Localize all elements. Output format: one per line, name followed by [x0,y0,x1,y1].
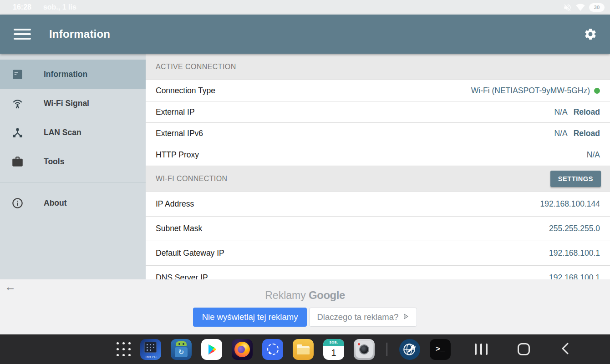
wifi-settings-button[interactable]: SETTINGS [550,171,601,187]
app-icon-my-files[interactable] [293,339,314,360]
battery-indicator: 30 [589,3,605,12]
play-store-triangle-icon [205,343,218,356]
row-label: Default Gateway IP [156,248,224,258]
taskbar-divider [386,343,387,356]
status-date: sob., 1 lis [43,3,76,11]
back-button[interactable] [560,342,571,357]
firefox-fox-icon [234,342,250,357]
recents-button[interactable] [475,344,488,355]
camera-lens-icon [356,341,373,358]
row-value: Wi-Fi (NETIASPOT-9yMW-5GHz) [471,86,590,96]
app-icon-signal[interactable] [262,339,283,360]
row-external-ipv6: External IPv6 N/A Reload [146,123,610,144]
row-value: 192.168.100.144 [540,199,600,209]
app-icon-camera[interactable] [354,339,375,360]
row-http-proxy: HTTP Proxy N/A [146,144,610,166]
row-value: 255.255.255.0 [549,224,600,233]
globe-wrench-icon [402,342,417,357]
sidebar-item-label: LAN Scan [44,128,81,137]
section-header-wifi-connection: WI-FI CONNECTION SETTINGS [146,166,610,192]
terminal-prompt-glyph: >_ [436,345,445,354]
android-robot-icon [176,341,187,346]
app-drawer-icon[interactable] [117,342,131,356]
ad-attribution-prefix: Reklamy [265,289,305,301]
file-explorer-window [144,342,157,353]
sidebar-item-label: Tools [44,157,64,167]
this-pc-label: This PC [140,355,161,359]
reload-button[interactable]: Reload [574,107,600,117]
sidebar-item-lan-scan[interactable]: LAN Scan [0,118,146,147]
row-external-ip: External IP N/A Reload [146,101,610,123]
row-dns-server: DNS Server IP 192.168.100.1 [146,266,610,279]
row-value: 192.168.100.1 [549,273,600,279]
briefcase-icon [11,156,24,168]
ad-dismiss-button[interactable]: Nie wyświetlaj tej reklamy [193,308,307,327]
ad-why-label: Dlaczego ta reklama? [317,312,398,322]
taskbar: This PC ↻ SOB. 1 [0,334,610,364]
mute-icon [563,3,572,12]
content-panel: ACTIVE CONNECTION Connection Type Wi-Fi … [146,54,610,279]
status-icons: 30 [563,3,610,12]
app-icon-this-pc[interactable]: This PC [140,339,161,360]
section-title: WI-FI CONNECTION [156,175,228,183]
status-bar: 16:28 sob., 1 lis 30 [0,0,610,15]
row-default-gateway: Default Gateway IP 192.168.100.1 [146,241,610,266]
row-value: N/A [587,150,600,160]
row-connection-type: Connection Type Wi-Fi (NETIASPOT-9yMW-5G… [146,80,610,101]
app-icon-firefox[interactable] [232,339,253,360]
ad-banner: ← Reklamy Google Nie wyświetlaj tej rekl… [0,279,610,334]
signal-bubble-icon [267,344,279,355]
app-bar: Information [0,15,610,54]
sidebar-item-wifi-signal[interactable]: Wi-Fi Signal [0,89,146,118]
sidebar-divider [0,182,146,182]
sidebar: Information Wi-Fi Signal LAN Scan Tools [0,54,146,279]
home-button[interactable] [518,343,530,355]
ad-why-button[interactable]: Dlaczego ta reklama? [309,308,417,327]
wifi-tethering-icon [11,97,24,110]
back-arrow-icon[interactable]: ← [5,280,16,293]
row-label: Connection Type [156,86,215,96]
sidebar-item-tools[interactable]: Tools [0,147,146,176]
information-card-icon [11,68,24,81]
ad-attribution: Reklamy Google [0,279,610,302]
restore-arrow-icon: ↻ [175,347,188,357]
device-hub-icon [11,126,24,139]
row-value: 192.168.100.1 [549,248,600,258]
calendar-weekday: SOB. [323,339,344,346]
row-ip-address: IP Address 192.168.100.144 [146,192,610,217]
sidebar-item-label: Information [44,70,87,79]
app-icon-calendar[interactable]: SOB. 1 [323,339,344,360]
row-label: External IPv6 [156,129,203,138]
app-icon-terminal[interactable]: >_ [430,339,451,360]
menu-icon[interactable] [14,26,31,42]
sidebar-item-about[interactable]: About [0,188,146,217]
app-icon-android-backup[interactable]: ↻ [171,339,192,360]
google-logo: Google [309,289,345,301]
sidebar-item-label: About [44,198,67,208]
section-header-active-connection: ACTIVE CONNECTION [146,54,610,80]
info-circle-icon [11,197,24,209]
sidebar-item-information[interactable]: Information [0,60,146,89]
adchoices-icon [402,312,409,322]
app-icon-net-analyzer[interactable] [399,339,420,360]
row-label: External IP [156,107,195,117]
main-area: Information Wi-Fi Signal LAN Scan Tools [0,54,610,279]
row-value: N/A [554,107,567,117]
row-label: IP Address [156,199,194,209]
section-title: ACTIVE CONNECTION [156,63,236,71]
row-value: N/A [554,129,567,138]
row-subnet-mask: Subnet Mask 255.255.255.0 [146,217,610,241]
status-time: 16:28 [13,3,31,11]
row-label: DNS Server IP [156,273,208,279]
reload-button[interactable]: Reload [574,129,600,138]
page-title: Information [49,28,110,40]
connection-status-dot [594,88,600,94]
app-icon-play-store[interactable] [201,339,222,360]
settings-gear-icon[interactable] [584,27,597,41]
wifi-status-icon [576,3,585,12]
row-label: HTTP Proxy [156,150,199,160]
row-label: Subnet Mask [156,224,202,233]
sidebar-item-label: Wi-Fi Signal [44,99,89,108]
calendar-day: 1 [323,346,344,360]
